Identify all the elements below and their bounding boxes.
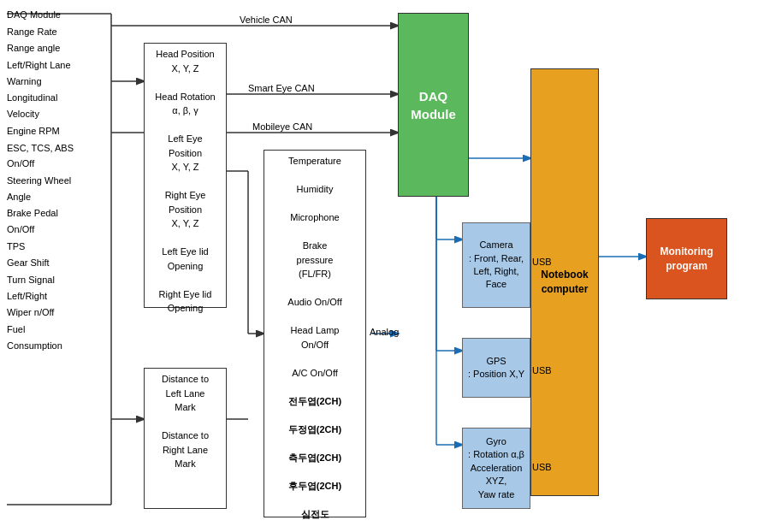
vehicle-can-label: Vehicle CAN [240,15,293,25]
gps-box: GPS: Position X,Y [462,338,530,398]
signal-range: DAQ Module [7,7,74,23]
notebook-box: Notebookcomputer [530,68,599,496]
signal-engine-rpm: Engine RPM [7,123,74,139]
signal-steering: Steering WheelAngle [7,173,74,204]
gyro-box: Gyro: Rotation α,βAccelerationXYZ,Yaw ra… [462,428,530,509]
signal-turn: Turn SignalLeft/Right [7,272,74,304]
usb-camera-label: USB [532,257,552,267]
signal-esc: ESC, TCS, ABSOn/Off [7,140,74,172]
usb-gyro-label: USB [532,462,552,472]
daq-module-box: DAQModule [398,13,469,197]
monitoring-label: Monitoringprogram [660,245,714,274]
signal-range-angle: Range angle [7,40,74,56]
head-tracker-box: Head PositionX, Y, Z Head Rotationα, β, … [144,43,227,308]
smart-eye-can-label: Smart Eye CAN [248,83,315,93]
notebook-label: Notebookcomputer [541,268,588,297]
signal-range-rate: Range Rate [7,24,74,40]
daq-label: DAQModule [411,87,456,123]
signal-gear: Gear Shift [7,255,74,271]
gps-label: GPS: Position X,Y [468,355,524,381]
analog-sensors-box: Temperature Humidity Microphone Brakepre… [264,150,366,517]
signal-long-vel: LongitudinalVelocity [7,90,74,121]
lane-mark-label: Distance toLeft LaneMark Distance toRigh… [150,372,221,471]
signal-wiper: Wiper n/Off [7,304,74,321]
gyro-label: Gyro: Rotation α,βAccelerationXYZ,Yaw ra… [468,435,524,501]
lane-mark-box: Distance toLeft LaneMark Distance toRigh… [144,368,227,509]
signal-fuel: FuelConsumption [7,322,74,353]
analog-sensors-label: Temperature Humidity Microphone Brakepre… [269,154,360,532]
left-signal-list: DAQ Module Range Rate Range angle Left/R… [7,7,74,354]
signal-lane-warning: Left/Right LaneWarning [7,57,74,89]
analog-label: Analog [370,327,399,337]
head-tracker-label: Head PositionX, Y, Z Head Rotationα, β, … [150,47,221,316]
signal-tps: TPS [7,239,74,255]
usb-gps-label: USB [532,365,552,375]
monitoring-box: Monitoringprogram [646,218,727,299]
signal-brake-pedal: Brake PedalOn/Off [7,205,74,237]
camera-label: Camera: Front, Rear,Left, Right,Face [469,239,524,292]
diagram: DAQ Module Range Rate Range angle Left/R… [0,0,764,532]
camera-box: Camera: Front, Rear,Left, Right,Face [462,222,530,308]
mobileye-can-label: Mobileye CAN [252,121,312,132]
